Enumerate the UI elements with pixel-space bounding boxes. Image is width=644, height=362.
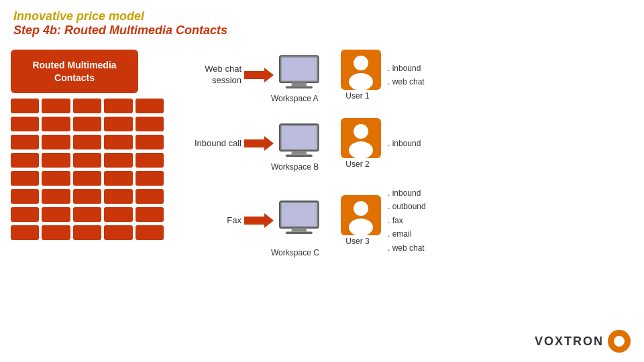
svg-rect-3: [286, 86, 313, 88]
grid-cell: [104, 189, 132, 204]
grid-row: [11, 117, 164, 131]
grid-cell: [73, 171, 101, 186]
grid-cell: [104, 225, 132, 240]
grid-cell: [42, 117, 70, 131]
grid-cell: [11, 117, 39, 131]
left-panel: Routed MultimediaContacts: [0, 43, 174, 351]
svg-rect-16: [292, 228, 307, 231]
row-2-info: . inbound: [388, 137, 421, 150]
grid-cell: [73, 207, 101, 222]
grid-cell: [136, 207, 164, 222]
svg-rect-10: [286, 154, 313, 157]
grid-cell: [11, 153, 39, 168]
grid-cell: [136, 99, 164, 113]
routed-multimedia-box: Routed MultimediaContacts: [11, 50, 138, 93]
header-title2: Step 4b: Routed Multimedia Contacts: [13, 23, 631, 38]
grid-cell: [11, 189, 39, 204]
workspace-a-label: Workspace A: [271, 94, 637, 103]
workspace-b-label: Workspace B: [271, 162, 637, 172]
grid-cell: [42, 171, 70, 186]
grid-cell: [136, 171, 164, 186]
row-fax-arrow: [244, 213, 274, 228]
grid-row: [11, 207, 164, 222]
grid-cell: [104, 153, 132, 168]
computer-icon-1: [274, 52, 327, 99]
row-web-chat-label: Web chatsession: [181, 64, 241, 86]
workspace-c-label: Workspace C: [271, 248, 637, 257]
grid-row: [11, 99, 164, 113]
voxtron-text: VOXTRON: [535, 335, 604, 349]
grid-cell: [73, 99, 101, 113]
right-panel: Web chatsession User 1: [174, 43, 644, 351]
grid-cell: [104, 171, 132, 186]
user-icon-3: [341, 195, 381, 235]
row-3-info: . inbound. outbound. fax. email. web cha…: [388, 186, 426, 255]
user-group-2: User 2: [334, 118, 381, 169]
row-web-chat-arrow: [244, 68, 274, 82]
grid-cell: [136, 135, 164, 149]
svg-rect-15: [282, 203, 317, 227]
voxtron-circle-icon: [608, 330, 631, 353]
grid-cell: [104, 99, 132, 113]
svg-rect-8: [282, 126, 317, 149]
user-3-label: User 3: [337, 237, 378, 246]
svg-point-6: [349, 73, 373, 90]
grid-cell: [11, 99, 39, 113]
grid-cell: [42, 99, 70, 113]
user-group-3: User 3: [334, 195, 381, 246]
svg-rect-2: [292, 82, 307, 86]
grid-cell: [104, 207, 132, 222]
grid-cell: [136, 189, 164, 204]
grid-cell: [73, 225, 101, 240]
grid-cell: [73, 153, 101, 168]
row-fax-label: Fax: [181, 215, 241, 227]
grid-row: [11, 189, 164, 204]
grid-cell: [73, 189, 101, 204]
row-inbound-label: Inbound call: [181, 138, 241, 149]
grid-row: [11, 225, 164, 240]
grid-cell: [42, 189, 70, 204]
grid-cell: [104, 135, 132, 149]
computer-icon-3: [274, 197, 327, 244]
grid-cell: [42, 153, 70, 168]
routed-label: Routed MultimediaContacts: [32, 59, 116, 83]
grid-cell: [136, 225, 164, 240]
svg-point-12: [354, 124, 368, 139]
row-inbound: Inbound call User 2 . inbound: [181, 118, 637, 178]
grid-row: [11, 153, 164, 168]
header: Innovative price model Step 4b: Routed M…: [0, 0, 644, 43]
svg-point-5: [354, 56, 368, 70]
grid-cell: [11, 225, 39, 240]
svg-rect-17: [286, 231, 313, 234]
main-content: Routed MultimediaContacts Web chatsessio…: [0, 43, 644, 351]
svg-point-20: [349, 219, 373, 235]
voxtron-inner-circle: [612, 334, 627, 349]
grid-cell: [136, 117, 164, 131]
user-icon-1: [341, 50, 381, 90]
grid-cell: [11, 135, 39, 149]
grid-cell: [73, 135, 101, 149]
grid-cell: [136, 153, 164, 168]
red-grid: [11, 99, 164, 240]
svg-rect-1: [282, 58, 317, 81]
grid-cell: [104, 117, 132, 131]
grid-cell: [73, 117, 101, 131]
svg-rect-9: [292, 151, 307, 154]
row-web-chat: Web chatsession User 1: [181, 50, 637, 110]
user-icon-2: [341, 118, 381, 158]
user-group-1: User 1: [334, 50, 381, 101]
header-title1: Innovative price model: [13, 9, 631, 23]
grid-cell: [42, 207, 70, 222]
computer-icon-2: [274, 120, 327, 167]
grid-row: [11, 135, 164, 149]
svg-point-13: [349, 141, 373, 158]
voxtron-logo: VOXTRON: [535, 330, 631, 353]
row-1-info: . inbound. web chat: [388, 62, 425, 89]
grid-cell: [42, 225, 70, 240]
grid-cell: [11, 171, 39, 186]
grid-cell: [42, 135, 70, 149]
svg-point-19: [354, 201, 368, 216]
grid-row: [11, 171, 164, 186]
row-fax: Fax User 3 . inbound. outbound.: [181, 186, 637, 264]
grid-cell: [11, 207, 39, 222]
